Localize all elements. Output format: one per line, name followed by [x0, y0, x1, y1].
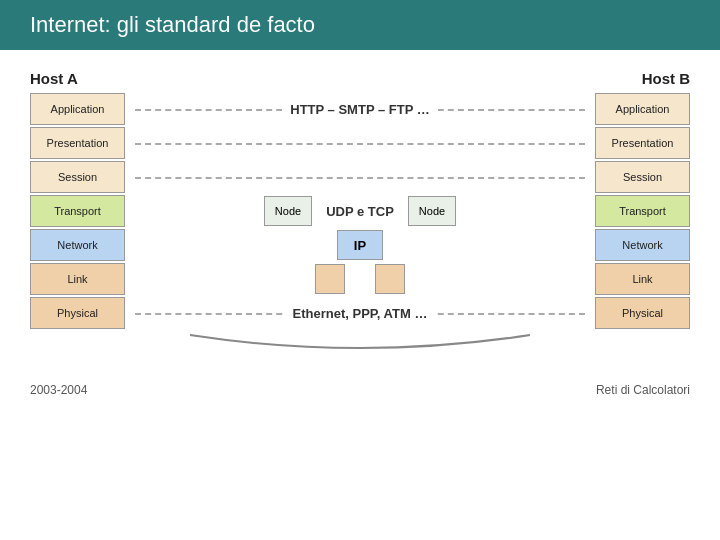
session-protocol-row: [135, 161, 585, 193]
host-a-session: Session: [30, 161, 125, 193]
footer-year: 2003-2004: [30, 383, 87, 397]
link-box-right: [375, 264, 405, 294]
host-a-network: Network: [30, 229, 125, 261]
bottom-connector: [30, 333, 690, 363]
footer: 2003-2004 Reti di Calcolatori: [0, 373, 720, 397]
link-row: [315, 264, 405, 294]
hosts-row: Host A Host B: [30, 70, 690, 87]
header: Internet: gli standard de facto: [0, 0, 720, 50]
connector-svg: [160, 333, 560, 363]
http-label: HTTP – SMTP – FTP …: [282, 102, 437, 117]
host-a-stack: Application Presentation Session Transpo…: [30, 93, 125, 329]
host-b-stack: Application Presentation Session Transpo…: [595, 93, 690, 329]
host-a-physical: Physical: [30, 297, 125, 329]
session-dashed-line: [135, 177, 585, 179]
host-b-session: Session: [595, 161, 690, 193]
host-b-link: Link: [595, 263, 690, 295]
host-a-application: Application: [30, 93, 125, 125]
diagram-area: Application Presentation Session Transpo…: [30, 93, 690, 329]
middle-area: HTTP – SMTP – FTP … Node UDP e TCP: [125, 93, 595, 329]
link-box-left: [315, 264, 345, 294]
host-b-presentation: Presentation: [595, 127, 690, 159]
app-protocol-row: HTTP – SMTP – FTP …: [135, 93, 585, 125]
page-title: Internet: gli standard de facto: [30, 12, 315, 37]
host-a-presentation: Presentation: [30, 127, 125, 159]
host-b-application: Application: [595, 93, 690, 125]
transport-protocol-row: Node UDP e TCP Node: [135, 195, 585, 227]
link-protocol-row: [135, 263, 585, 295]
host-a-link: Link: [30, 263, 125, 295]
ethernet-label: Ethernet, PPP, ATM …: [285, 306, 436, 321]
host-b-network: Network: [595, 229, 690, 261]
footer-course: Reti di Calcolatori: [596, 383, 690, 397]
ip-box: IP: [337, 230, 383, 260]
main-content: Host A Host B Application Presentation S…: [0, 50, 720, 373]
host-a-transport: Transport: [30, 195, 125, 227]
host-b-label: Host B: [642, 70, 690, 87]
physical-protocol-row: Ethernet, PPP, ATM …: [135, 297, 585, 329]
host-b-physical: Physical: [595, 297, 690, 329]
host-b-transport: Transport: [595, 195, 690, 227]
node-left: Node: [264, 196, 312, 226]
presentation-dashed-line: [135, 143, 585, 145]
host-a-label: Host A: [30, 70, 78, 87]
node-right: Node: [408, 196, 456, 226]
udp-tcp-label: UDP e TCP: [318, 204, 402, 219]
network-protocol-row: IP: [135, 229, 585, 261]
presentation-protocol-row: [135, 127, 585, 159]
transport-middle: Node UDP e TCP Node: [135, 196, 585, 226]
